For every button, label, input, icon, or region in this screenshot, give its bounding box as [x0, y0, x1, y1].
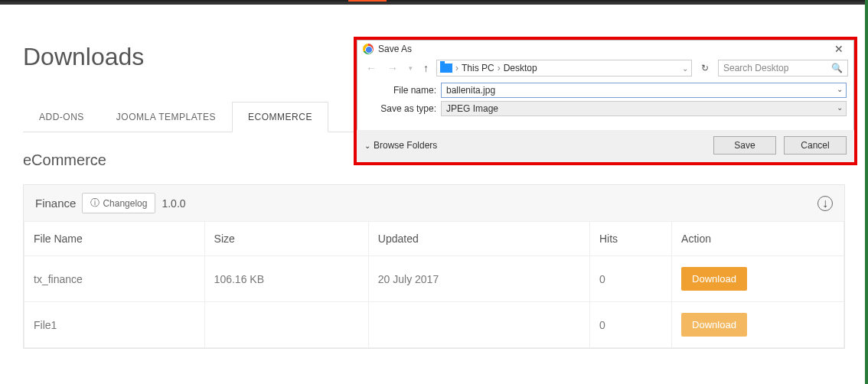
version-label: 1.0.0: [162, 197, 185, 210]
savetype-row: Save as type: JPEG Image ⌄: [357, 99, 854, 118]
folder-icon: [440, 63, 452, 73]
chevron-down-icon[interactable]: ⌄: [837, 103, 843, 112]
tab-joomla-templates[interactable]: JOOMLA TEMPLATES: [100, 102, 232, 132]
col-hits: Hits: [589, 222, 671, 256]
panel-title: Finance: [35, 197, 76, 210]
download-all-icon[interactable]: ↓: [817, 196, 833, 211]
panel-header: Finance ⓘ Changelog 1.0.0 ↓: [24, 185, 844, 221]
cell-updated: [368, 302, 589, 348]
save-button[interactable]: Save: [713, 136, 776, 155]
close-icon[interactable]: ✕: [830, 43, 848, 55]
download-button[interactable]: Download: [681, 267, 747, 291]
chevron-down-icon[interactable]: ⌄: [682, 64, 688, 73]
changelog-button[interactable]: ⓘ Changelog: [82, 193, 155, 213]
chevron-down-icon: ⌄: [364, 142, 370, 150]
col-action: Action: [672, 222, 844, 256]
address-bar[interactable]: › This PC › Desktop ⌄: [436, 60, 692, 76]
cell-size: 106.16 KB: [204, 256, 368, 302]
search-icon: 🔍: [831, 63, 843, 73]
refresh-icon[interactable]: ↻: [697, 60, 713, 76]
right-border: [865, 0, 868, 384]
tab-addons[interactable]: ADD-ONS: [23, 102, 100, 132]
breadcrumb-sep: ›: [455, 63, 458, 73]
browse-folders-label: Browse Folders: [374, 140, 437, 151]
filename-row: File name: ballenita.jpg ⌄: [357, 81, 854, 99]
save-as-dialog: Save As ✕ ← → ▾ ↑ › This PC › Desktop ⌄ …: [354, 37, 857, 165]
table-row: File1 0 Download: [24, 302, 844, 348]
recent-dropdown-icon[interactable]: ▾: [406, 63, 416, 73]
browse-folders-toggle[interactable]: ⌄ Browse Folders: [364, 140, 437, 151]
cancel-button[interactable]: Cancel: [784, 136, 847, 155]
cell-updated: 20 July 2017: [368, 256, 589, 302]
files-table: File Name Size Updated Hits Action tx_fi…: [24, 221, 844, 348]
table-header-row: File Name Size Updated Hits Action: [24, 222, 844, 256]
search-placeholder: Search Desktop: [723, 63, 788, 73]
search-input[interactable]: Search Desktop 🔍: [718, 60, 848, 76]
filename-label: File name:: [364, 85, 441, 96]
cell-size: [204, 302, 368, 348]
savetype-select[interactable]: JPEG Image ⌄: [441, 101, 847, 116]
savetype-label: Save as type:: [364, 103, 441, 114]
cell-hits: 0: [589, 302, 671, 348]
col-filename: File Name: [24, 222, 205, 256]
up-icon[interactable]: ↑: [420, 60, 432, 76]
dialog-title-text: Save As: [378, 44, 412, 54]
cell-filename: File1: [24, 302, 205, 348]
back-icon[interactable]: ←: [363, 60, 380, 76]
filename-value: ballenita.jpg: [446, 85, 495, 96]
dialog-titlebar: Save As ✕: [357, 40, 854, 58]
col-updated: Updated: [368, 222, 589, 256]
forward-icon[interactable]: →: [384, 60, 401, 76]
tab-ecommerce[interactable]: ECOMMERCE: [232, 102, 328, 132]
breadcrumb-sep: ›: [498, 63, 501, 73]
download-button[interactable]: Download: [681, 313, 747, 337]
changelog-label: Changelog: [103, 198, 147, 209]
savetype-value: JPEG Image: [446, 103, 498, 114]
chrome-icon: [363, 44, 374, 54]
cell-filename: tx_finance: [24, 256, 205, 302]
cell-hits: 0: [589, 256, 671, 302]
panel-finance: Finance ⓘ Changelog 1.0.0 ↓ File Name Si…: [23, 184, 845, 349]
chevron-down-icon[interactable]: ⌄: [837, 85, 843, 93]
topbar-accent: [348, 0, 387, 2]
col-size: Size: [204, 222, 368, 256]
breadcrumb-root[interactable]: This PC: [462, 63, 494, 73]
info-icon: ⓘ: [90, 197, 100, 210]
table-row: tx_finance 106.16 KB 20 July 2017 0 Down…: [24, 256, 844, 302]
dialog-footer: ⌄ Browse Folders Save Cancel: [357, 130, 854, 162]
dialog-nav: ← → ▾ ↑ › This PC › Desktop ⌄ ↻ Search D…: [357, 58, 854, 81]
breadcrumb-folder[interactable]: Desktop: [504, 63, 537, 73]
filename-input[interactable]: ballenita.jpg ⌄: [441, 83, 847, 98]
